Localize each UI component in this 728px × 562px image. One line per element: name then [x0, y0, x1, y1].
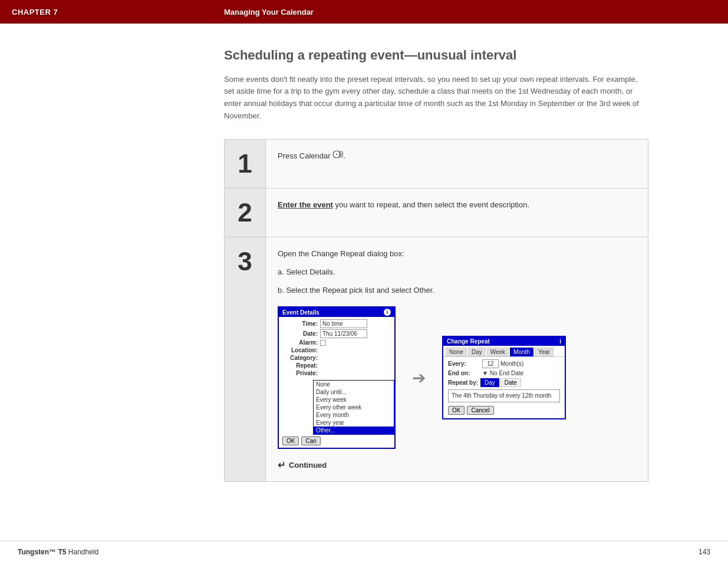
tab-month[interactable]: Month	[510, 348, 533, 356]
change-repeat-tabs: None Day Week Month Year	[443, 346, 565, 357]
change-repeat-dialog: Change Repeat i None Day Week Month Year	[442, 336, 566, 419]
change-repeat-info-icon: i	[559, 338, 561, 345]
step-1-row: 1 Press Calendar	[225, 140, 648, 189]
change-repeat-body: Every: 12 Month(s) End on: ▼ No End Date…	[443, 357, 565, 418]
event-details-dialog: Event Details i Time: No time Date:	[278, 306, 396, 449]
repeat-description: The 4th Thursday of every 12th month	[448, 389, 560, 402]
step-3-content: Open the Change Repeat dialog box: a. Se…	[266, 237, 648, 482]
event-details-ok-button[interactable]: OK	[282, 437, 299, 445]
repeat-by-buttons: Day Date	[480, 378, 521, 387]
change-repeat-action-buttons: OK Cancel	[448, 405, 560, 416]
dropdown-every-year: Every year	[314, 419, 394, 427]
field-date: Date: Thu 11/23/06	[282, 329, 391, 338]
dropdown-every-other-week: Every other week	[314, 404, 394, 411]
change-repeat-title: Change Repeat	[447, 338, 490, 345]
chapter-label: CHAPTER 7	[12, 8, 130, 16]
section-heading: Scheduling a repeating event—unusual int…	[224, 47, 704, 64]
footer-page-num: 143	[699, 548, 710, 556]
step-3-number: 3	[225, 237, 266, 482]
header-bar: CHAPTER 7 Managing Your Calendar	[0, 0, 728, 24]
footer-brand: Tungsten™ T5	[18, 548, 66, 556]
dropdown-daily: Daily until...	[314, 388, 394, 396]
field-private: Private:	[282, 370, 391, 376]
footer-left: Tungsten™ T5 Handheld	[18, 548, 98, 556]
dropdown-area: None Daily until... Every week Every oth…	[279, 380, 394, 435]
step-3-row: 3 Open the Change Repeat dialog box: a. …	[225, 237, 648, 482]
dropdown-other: Other...	[314, 427, 394, 434]
step-2-content: Enter the event you want to repeat, and …	[266, 189, 648, 237]
change-repeat-ok-button[interactable]: OK	[448, 406, 465, 415]
main-content: Scheduling a repeating event—unusual int…	[0, 24, 728, 505]
event-details-title: Event Details	[282, 309, 319, 316]
section-intro: Some events don't fit neatly into the pr…	[224, 74, 648, 123]
repeat-by-day-button[interactable]: Day	[480, 378, 499, 387]
event-details-info-icon: i	[384, 309, 391, 316]
step-2-text: Enter the event you want to repeat, and …	[278, 200, 529, 209]
continued-icon: ↵	[278, 459, 285, 471]
dropdown-every-week: Every week	[314, 396, 394, 404]
repeat-by-row: Repeat by: Day Date	[448, 378, 560, 387]
end-on-dropdown-arrow: ▼	[482, 370, 488, 376]
tab-none[interactable]: None	[446, 348, 467, 356]
end-on-row: End on: ▼ No End Date	[448, 370, 560, 376]
continued-row: ↵ Continued	[278, 459, 636, 471]
field-repeat: Repeat:	[282, 362, 391, 369]
step-2-normal: you want to repeat, and then select the …	[333, 200, 529, 209]
change-repeat-cancel-button[interactable]: Cancel	[467, 406, 493, 415]
step-2-row: 2 Enter the event you want to repeat, an…	[225, 189, 648, 237]
svg-rect-4	[340, 154, 341, 154]
step-2-bold: Enter the event	[278, 200, 333, 209]
field-location: Location:	[282, 347, 391, 353]
tab-year[interactable]: Year	[535, 348, 554, 356]
step-1-content: Press Calendar .	[266, 140, 648, 188]
event-details-body: Time: No time Date: Thu 11/23/06 Alarm:	[279, 317, 394, 380]
repeat-dropdown[interactable]: None Daily until... Every week Every oth…	[313, 380, 394, 435]
footer-suffix: Handheld	[68, 548, 98, 556]
end-on-value: No End Date	[490, 370, 523, 376]
field-alarm: Alarm:	[282, 339, 391, 346]
dropdown-every-month: Every month	[314, 411, 394, 419]
tab-day[interactable]: Day	[468, 348, 486, 356]
arrow-icon: ➔	[412, 368, 426, 388]
every-unit: Month(s)	[500, 361, 523, 367]
tab-week[interactable]: Week	[487, 348, 509, 356]
step-1-number: 1	[225, 140, 266, 188]
every-value[interactable]: 12	[482, 359, 499, 368]
every-row: Every: 12 Month(s)	[448, 359, 560, 368]
dropdown-none: None	[314, 381, 394, 388]
diagrams-container: Event Details i Time: No time Date:	[278, 306, 636, 449]
event-details-buttons: OK Can	[279, 435, 394, 448]
step-3-sub-b: b. Select the Repeat pick list and selec…	[278, 283, 636, 297]
field-category: Category:	[282, 355, 391, 361]
repeat-by-date-button[interactable]: Date	[500, 378, 521, 387]
event-details-title-bar: Event Details i	[279, 308, 394, 317]
step-3-sub-a: a. Select Details.	[278, 265, 636, 279]
step-1-text: Press Calendar .	[278, 151, 345, 160]
event-details-cancel-button[interactable]: Can	[301, 437, 320, 445]
svg-point-1	[336, 154, 337, 155]
svg-rect-7	[341, 155, 342, 156]
calendar-icon	[332, 150, 343, 158]
continued-label: Continued	[289, 461, 327, 470]
change-repeat-title-bar: Change Repeat i	[443, 337, 565, 346]
alarm-checkbox	[320, 340, 326, 346]
svg-rect-5	[341, 154, 342, 154]
chapter-title: Managing Your Calendar	[224, 8, 314, 16]
step-2-number: 2	[225, 189, 266, 237]
steps-table: 1 Press Calendar	[224, 139, 648, 482]
svg-rect-6	[340, 155, 341, 156]
event-details-wrapper: Event Details i Time: No time Date:	[278, 306, 396, 449]
page-footer: Tungsten™ T5 Handheld 143	[0, 541, 728, 562]
step-3-intro: Open the Change Repeat dialog box:	[278, 248, 636, 260]
field-time: Time: No time	[282, 319, 391, 328]
